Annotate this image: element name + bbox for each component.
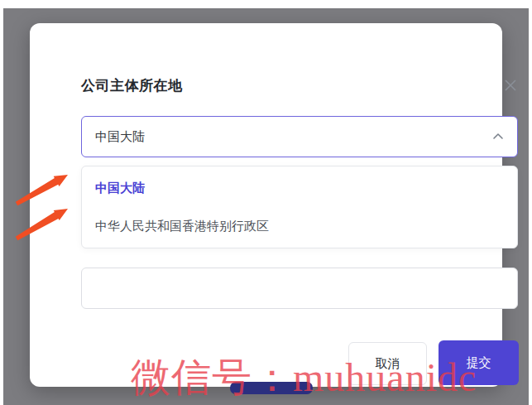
cancel-button[interactable]: 取消 (348, 342, 427, 385)
dropdown-option-label: 中华人民共和国香港特别行政区 (95, 219, 269, 234)
chevron-up-icon (492, 131, 504, 142)
company-location-dialog: 公司主体所在地 中国大陆 中国大陆 中华人民共和国香港特别行政区 取消 提交 (30, 23, 502, 387)
additional-text-input[interactable] (81, 268, 518, 309)
location-dropdown-panel: 中国大陆 中华人民共和国香港特别行政区 (81, 166, 518, 248)
dialog-title: 公司主体所在地 (81, 76, 183, 95)
dropdown-option-label: 中国大陆 (95, 181, 145, 196)
close-icon[interactable] (501, 76, 520, 94)
dropdown-option-mainland-china[interactable]: 中国大陆 (82, 174, 517, 202)
submit-button[interactable]: 提交 (439, 340, 519, 385)
location-select[interactable]: 中国大陆 (81, 116, 518, 157)
dropdown-option-hongkong-sar[interactable]: 中华人民共和国香港特别行政区 (82, 212, 517, 240)
location-select-value: 中国大陆 (95, 129, 145, 145)
partially-visible-button (230, 382, 313, 394)
